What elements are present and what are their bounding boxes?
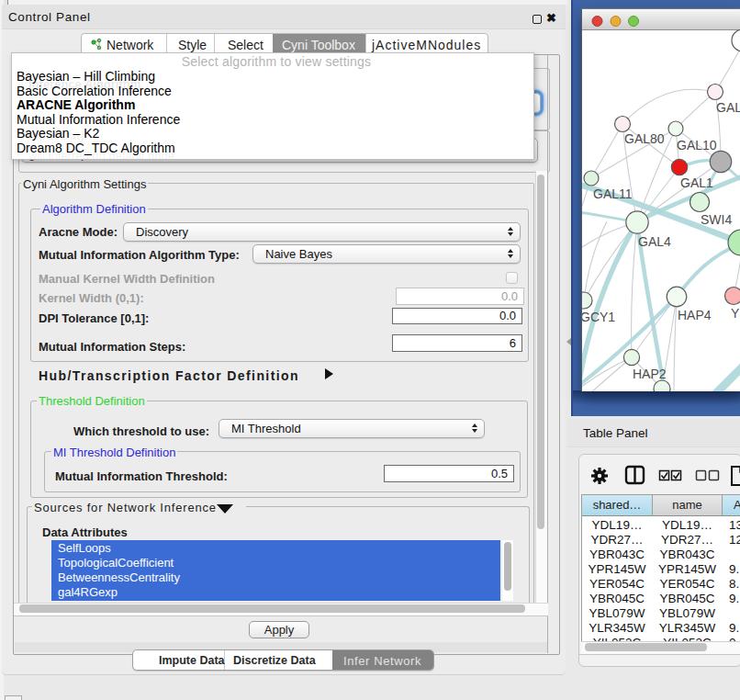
svg-text:GAL1: GAL1: [680, 175, 713, 190]
svg-text:GCY1: GCY1: [582, 310, 615, 324]
svg-text:GAL11: GAL11: [593, 186, 633, 201]
svg-text:GAL4: GAL4: [638, 234, 671, 249]
svg-text:SWI4: SWI4: [701, 212, 732, 227]
svg-text:GAL80: GAL80: [624, 131, 665, 146]
svg-text:YD: YD: [731, 306, 740, 321]
svg-text:HAP2: HAP2: [633, 367, 667, 381]
svg-text:GAL2: GAL2: [716, 100, 740, 115]
svg-text:HAP4: HAP4: [678, 308, 712, 322]
svg-text:GAL10: GAL10: [677, 138, 717, 152]
